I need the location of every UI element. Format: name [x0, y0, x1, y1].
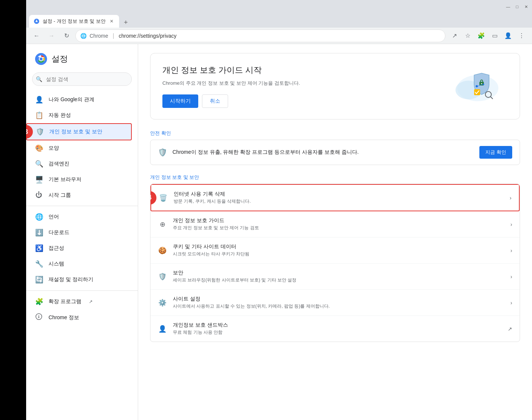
extensions-button[interactable]: 🧩 [475, 30, 487, 42]
sidebar-item-startup[interactable]: ⏻ 시작 그룹 [26, 187, 132, 203]
site-settings-title: 사이트 설정 [173, 296, 504, 302]
nav-actions: ↗ ☆ 🧩 ▭ 👤 ⋮ [448, 30, 528, 42]
clear-history-item[interactable]: 🗑️ 인터넷 사용 기록 삭제 방문 기록, 쿠키, 캐시 등을 삭제합니다. … [150, 184, 520, 211]
reload-button[interactable]: ↻ [60, 30, 72, 42]
site-settings-item[interactable]: ⚙️ 사이트 설정 사이트에서 사용하고 표시할 수 있는 정보(위치, 카메라… [150, 290, 520, 316]
privacy-guide-subtitle: 주요 개인 정보 보호 및 보안 제어 기능 검토 [173, 225, 504, 231]
site-settings-content: 사이트 설정 사이트에서 사용하고 표시할 수 있는 정보(위치, 카메라, 팝… [173, 296, 504, 309]
clear-history-subtitle: 방문 기록, 쿠키, 캐시 등을 삭제합니다. [174, 198, 504, 205]
arrow-icon-1: › [510, 221, 512, 227]
new-tab-button[interactable]: + [121, 17, 131, 28]
maximize-button[interactable]: □ [514, 4, 520, 10]
tab-bar: 설정 - 개인 정보 보호 및 보안 ✕ + [26, 13, 532, 28]
security-content: 보안 세이프 브라우징(위험한 사이트로부터 보호) 및 기타 보안 설정 [173, 270, 504, 283]
menu-button[interactable]: ⋮ [516, 30, 528, 42]
url-text: chrome://settings/privacy [119, 33, 441, 39]
safety-card: 🛡️ Chrome이 정보 유출, 유해한 확장 프로그램 등으로부터 사용자를… [150, 140, 520, 165]
sidebar-item-label: 언어 [49, 214, 59, 220]
address-bar[interactable]: 🌐 Chrome | chrome://settings/privacy [75, 29, 445, 42]
settings-favicon [34, 18, 40, 24]
sidebar-item-browser[interactable]: 🖥️ 기본 브라우저 [26, 172, 132, 187]
close-button[interactable]: ✕ [523, 4, 529, 10]
sidebar-item-appearance[interactable]: 🎨 모양 [26, 140, 132, 156]
sidebar-item-extensions[interactable]: 🧩 확장 프로그램 ↗ [26, 294, 132, 309]
url-prefix: Chrome [90, 33, 108, 39]
settings-list: 4 🗑️ 인터넷 사용 기록 삭제 방문 기록, 쿠키, 캐시 등을 삭제합니다… [150, 184, 520, 342]
sidebar-item-search[interactable]: 🔍 검색엔진 [26, 156, 132, 172]
back-button[interactable]: ← [31, 30, 43, 42]
forward-button[interactable]: → [46, 30, 57, 42]
nav-bar: ← → ↻ 🌐 Chrome | chrome://settings/priva… [26, 28, 532, 44]
sandbox-item[interactable]: 👤 개인정보 보호 샌드박스 무료 체험 기능 사용 안함 ↗ [150, 316, 520, 342]
address-favicon: 🌐 [80, 33, 87, 39]
sidebar-item-label: 시스템 [49, 261, 64, 267]
bookmark-button[interactable]: ☆ [462, 30, 474, 42]
sidebar-item-profile[interactable]: 👤 나와 Google의 관계 [26, 92, 132, 108]
site-settings-subtitle: 사이트에서 사용하고 표시할 수 있는 정보(위치, 카메라, 팝업 등)를 제… [173, 303, 504, 309]
profile-icon: 👤 [35, 96, 43, 104]
external-icon-5: ↗ [508, 326, 512, 332]
sidebar-item-system[interactable]: 🔧 시스템 [26, 256, 132, 272]
extensions-icon: 🧩 [35, 298, 43, 306]
svg-point-11 [481, 83, 482, 84]
sidebar-item-reset[interactable]: 🔄 재설정 및 정리하기 [26, 272, 132, 287]
safety-section-label: 안전 확인 [150, 130, 520, 137]
language-icon: 🌐 [35, 213, 43, 221]
sidebar-item-label: 기본 브라우저 [49, 176, 81, 183]
profile-button[interactable]: 👤 [502, 30, 514, 42]
sidebar-item-label: 다운로드 [49, 229, 69, 236]
cookies-content: 쿠키 및 기타 사이트 데이터 시크릿 모드에서는 타사 쿠키가 차단됨 [173, 243, 504, 257]
security-item[interactable]: 🛡️ 보안 세이프 브라우징(위험한 사이트로부터 보호) 및 기타 보안 설정… [150, 264, 520, 290]
privacy-section-label: 개인 정보 보호 및 보안 [150, 174, 520, 181]
guide-card-text: 개인 정보 보호 가이드 시작 Chrome의 주요 개인 정보 보호 및 보안… [162, 65, 441, 108]
minimize-button[interactable]: — [505, 4, 511, 10]
sidebar-item-accessibility[interactable]: ♿ 접근성 [26, 240, 132, 256]
svg-point-17 [483, 84, 484, 85]
security-icon: 🛡️ [158, 273, 167, 281]
privacy-icon: 🛡️ [36, 128, 43, 136]
arrow-icon-4: › [510, 300, 512, 306]
sidebar-search: 🔍 [26, 72, 138, 92]
check-now-button[interactable]: 지금 확인 [479, 146, 512, 159]
appearance-icon: 🎨 [35, 144, 43, 152]
svg-rect-7 [38, 316, 39, 318]
sidebar-item-label: 확장 프로그램 [49, 298, 81, 305]
search-input[interactable] [32, 72, 132, 86]
sidebar-item-language[interactable]: 🌐 언어 [26, 209, 132, 225]
sidebar-item-about[interactable]: Chrome 정보 [26, 309, 132, 326]
search-icon: 🔍 [36, 76, 42, 82]
sidebar-item-autofill[interactable]: 📋 자동 완성 [26, 108, 132, 123]
privacy-guide-content: 개인 정보 보호 가이드 주요 개인 정보 보호 및 보안 제어 기능 검토 [173, 217, 504, 231]
sidebar-item-download[interactable]: ⬇️ 다운로드 [26, 225, 132, 240]
sidebar-item-privacy[interactable]: 🛡️ 개인 정보 보호 및 보안 [26, 123, 132, 140]
sidebar: 설정 🔍 👤 나와 Google의 관계 📋 자동 완성 3 [26, 44, 138, 420]
arrow-icon-3: › [510, 274, 512, 280]
svg-point-6 [38, 315, 39, 316]
title-bar: — □ ✕ [26, 0, 532, 13]
cookie-icon: 🍪 [158, 246, 167, 255]
safety-description: Chrome이 정보 유출, 유해한 확장 프로그램 등으로부터 사용자를 보호… [172, 149, 479, 156]
arrow-icon-2: › [510, 248, 512, 253]
cookies-subtitle: 시크릿 모드에서는 타사 쿠키가 차단됨 [173, 251, 504, 257]
cookies-item[interactable]: 🍪 쿠키 및 기타 사이트 데이터 시크릿 모드에서는 타사 쿠키가 차단됨 › [150, 237, 520, 264]
share-button[interactable]: ↗ [448, 30, 460, 42]
download-icon: ⬇️ [35, 228, 43, 237]
guide-card-image [441, 64, 508, 109]
privacy-guide-item[interactable]: ⊕ 개인 정보 보호 가이드 주요 개인 정보 보호 및 보안 제어 기능 검토… [150, 211, 520, 237]
split-view-button[interactable]: ▭ [489, 30, 501, 42]
sandbox-title: 개인정보 보호 샌드박스 [173, 322, 502, 329]
sandbox-content: 개인정보 보호 샌드박스 무료 체험 기능 사용 안함 [173, 322, 502, 336]
cancel-button[interactable]: 취소 [202, 94, 228, 108]
security-subtitle: 세이프 브라우징(위험한 사이트로부터 보호) 및 기타 보안 설정 [173, 277, 504, 283]
tab-close-button[interactable]: ✕ [109, 18, 115, 24]
start-button[interactable]: 시작하기 [162, 94, 198, 108]
sandbox-icon: 👤 [158, 325, 167, 333]
sidebar-item-label: 개인 정보 보호 및 보안 [49, 128, 102, 135]
trash-icon: 🗑️ [159, 194, 168, 202]
active-tab[interactable]: 설정 - 개인 정보 보호 및 보안 ✕ [29, 15, 119, 28]
main-content: 개인 정보 보호 가이드 시작 Chrome의 주요 개인 정보 보호 및 보안… [138, 44, 532, 420]
sidebar-item-label: 재설정 및 정리하기 [49, 276, 93, 283]
sidebar-item-label: 나와 Google의 관계 [49, 96, 94, 103]
svg-point-4 [40, 57, 43, 60]
sidebar-item-label: 모양 [49, 145, 59, 152]
